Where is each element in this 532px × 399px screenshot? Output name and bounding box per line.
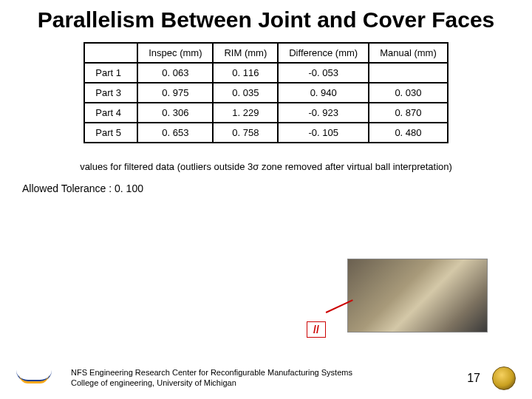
footer-affiliation: NFS Engineering Research Center for Reco… <box>71 368 455 389</box>
cell: Part 4 <box>84 103 137 123</box>
university-seal-icon <box>492 366 516 390</box>
col-rim: RIM (mm) <box>213 43 278 63</box>
parallelism-table: Inspec (mm) RIM (mm) Difference (mm) Man… <box>83 42 449 143</box>
engine-block-photo <box>347 259 488 332</box>
cell: 1. 229 <box>213 103 278 123</box>
allowed-tolerance: Allowed Tolerance : 0. 100 <box>22 183 532 194</box>
cell: 0. 975 <box>137 83 213 103</box>
slide-title: Parallelism Between Joint and Cover Face… <box>0 0 532 38</box>
slide-footer: NFS Engineering Research Center for Reco… <box>0 366 532 390</box>
cell: 0. 480 <box>369 123 448 143</box>
cell: -0. 053 <box>278 63 369 83</box>
cell: 0. 063 <box>137 63 213 83</box>
table-row: Part 1 0. 063 0. 116 -0. 053 <box>84 63 448 83</box>
cell: Part 3 <box>84 83 137 103</box>
filtered-data-note: values for filtered data (outliers outsi… <box>0 161 532 172</box>
cell: 0. 116 <box>213 63 278 83</box>
page-number: 17 <box>467 372 480 385</box>
erc-logo-icon <box>16 367 55 389</box>
cell: 0. 035 <box>213 83 278 103</box>
table-row: Part 3 0. 975 0. 035 0. 940 0. 030 <box>84 83 448 103</box>
footer-line2: College of engineering, University of Mi… <box>71 378 455 389</box>
table-row: Part 5 0. 653 0. 758 -0. 105 0. 480 <box>84 123 448 143</box>
cell: 0. 306 <box>137 103 213 123</box>
cell: 0. 758 <box>213 123 278 143</box>
parallelism-symbol-callout: // <box>307 321 326 338</box>
cell: -0. 105 <box>278 123 369 143</box>
cell: Part 5 <box>84 123 137 143</box>
table-header-row: Inspec (mm) RIM (mm) Difference (mm) Man… <box>84 43 448 63</box>
cell: Part 1 <box>84 63 137 83</box>
cell: 0. 870 <box>369 103 448 123</box>
cell: 0. 030 <box>369 83 448 103</box>
table-row: Part 4 0. 306 1. 229 -0. 923 0. 870 <box>84 103 448 123</box>
col-inspec: Inspec (mm) <box>137 43 213 63</box>
col-manual: Manual (mm) <box>369 43 448 63</box>
cell <box>369 63 448 83</box>
cell: 0. 653 <box>137 123 213 143</box>
cell: 0. 940 <box>278 83 369 103</box>
col-difference: Difference (mm) <box>278 43 369 63</box>
col-blank <box>84 43 137 63</box>
table-container: Inspec (mm) RIM (mm) Difference (mm) Man… <box>0 42 532 143</box>
footer-line1: NFS Engineering Research Center for Reco… <box>71 368 455 378</box>
cell: -0. 923 <box>278 103 369 123</box>
